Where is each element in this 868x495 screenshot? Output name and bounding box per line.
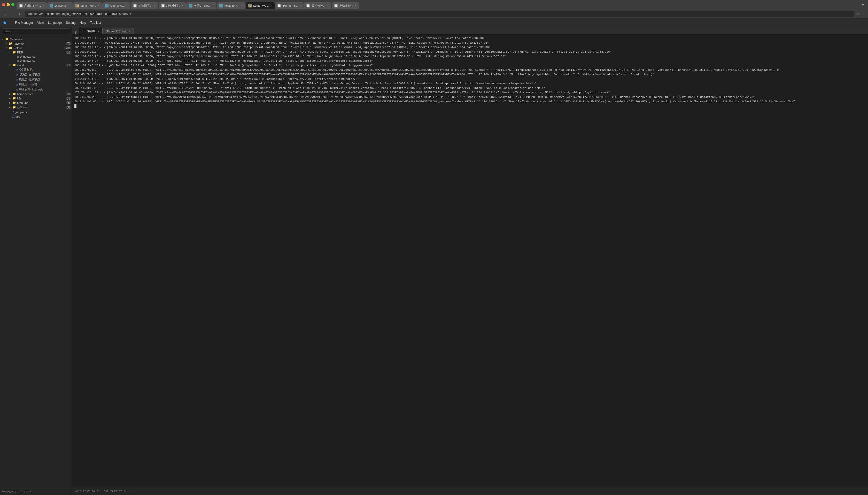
tree-node-label: 华为云-香港节点 [19,73,71,76]
address-input[interactable] [25,11,854,17]
tab-favicon: 📄 [19,4,23,7]
reload-button[interactable]: ↻ [18,12,23,16]
tree-item-tencent-xsg[interactable]: △ 腾讯云-小水管 [0,82,72,87]
sidebar-search-container [0,27,72,36]
menu-item-setting[interactable]: Setting [64,20,77,25]
tab-favicon: 🌙 [75,4,79,7]
tree-node-label: Windows-02 [20,59,71,62]
tree-arrow-icon: ▾ [9,64,12,66]
minimize-button[interactable] [7,3,10,6]
browser-tab-12[interactable]: 📄申请友链...× [332,2,359,9]
forward-button[interactable]: › [10,12,16,16]
tab-close-icon[interactable]: × [241,4,243,7]
tree-item-company-test[interactable]: ▸ 📁 公司-test (4) [0,105,72,110]
tree-item-rdp[interactable]: ▾ 📁 RDP (2) [0,50,72,54]
tree-item-cc-lashanjiu[interactable]: △ CC 洛杉矶 [0,67,72,72]
tab-label: 求这个列... [167,4,180,8]
tree-item-home-server[interactable]: ▸ 📁 home server (3) [0,92,72,96]
tree-item-tencent-bj2[interactable]: △ 腾讯轻量-北京节点 [0,87,72,92]
tab-label: Welcome [55,4,67,7]
tree-item-jumpserver[interactable]: △ jumpserver [0,110,72,114]
browser-tab-11[interactable]: 📄又拍云控...× [304,2,331,9]
traffic-lights [2,3,15,6]
terminal-line-8: 103.45.78.113 - - [03/Jul/2021:01:07:52 … [74,72,866,77]
browser-tab-1[interactable]: 📄利用FRP快...× [17,2,47,9]
tab-close-icon[interactable]: × [327,4,329,7]
terminal-tab-label: 腾讯云-北京节点 [106,29,127,33]
terminal-line-0: 108.162.215.90 - - [03/Jul/2021:01:07:35… [74,36,866,40]
tab-close-icon[interactable]: × [154,4,156,7]
tree-node-icon: 📁 [12,101,16,104]
tree-node-icon: 🖥 [16,55,19,58]
tree-item-k8s[interactable]: ▸ 📁 k8s (5) [0,96,72,101]
new-tab-button[interactable]: + [861,2,866,7]
tree-badge: (5) [66,64,71,66]
tree-node-icon: △ [12,115,15,118]
terminal-tab-close-icon[interactable]: × [128,30,130,33]
tree-item-prod-k8s[interactable]: ▸ 📁 prod-k8s (5) [0,101,72,105]
tree-item-cloud[interactable]: ▾ 📁 cloud (5) [0,63,72,67]
tree-item-tencent-bj[interactable]: △ 腾讯云-北京节点 [0,77,72,82]
browser-tab-7[interactable]: 🌐美国VPS算...× [186,2,216,9]
terminal-line-12: 172.70.126.172 - - [03/Jul/2021:01:08:03… [74,90,866,95]
tab-close-icon[interactable]: × [181,4,184,7]
tab-label: Luna - We... [254,4,269,7]
browser-tab-6[interactable]: 📄求这个列...× [159,2,186,9]
terminal-tab-tab2[interactable]: 腾讯云-北京节点× [103,28,134,34]
tab-label: 美国VPS算... [194,4,210,8]
browser-tab-5[interactable]: 📄简洁漂亮...× [131,2,158,9]
maximize-button[interactable] [11,3,15,6]
app-menubar: ◆ File ManagerViewLanguageSettingHelpTab… [0,19,868,27]
tab-label: Luna - We... [81,4,96,7]
tree-badge: (4) [66,106,71,109]
tree-arrow-icon: ▸ [9,97,12,100]
tab-close-icon[interactable]: × [42,4,44,7]
tab-favicon: 🌐 [219,4,223,7]
menu-item-help[interactable]: Help [78,20,88,25]
close-button[interactable] [2,3,5,6]
menu-item-file-manager[interactable]: File Manager [14,20,35,25]
tab-close-icon[interactable]: × [98,4,100,7]
tab-close-icon[interactable]: × [68,4,70,7]
browser-tab-3[interactable]: 🌙Luna - We...× [73,2,102,9]
tab-favicon: 🌐 [50,4,53,7]
tab-favicon: 📄 [277,4,281,7]
tree-item-windows-01[interactable]: 🖥 Windows-01 [0,54,72,59]
tree-item-ops[interactable]: △ ops [0,114,72,119]
tree-badge: (3) [66,92,71,95]
browser-tab-10[interactable]: 📄103.45.78...× [275,2,303,9]
tree-item-my-assets[interactable]: ▾ 📁 My assets [0,37,72,41]
tree-item-windows-02[interactable]: 🖥 Windows-02 [0,59,72,63]
main-layout: ▾ 📁 My assets ▸ 📁 Favorite (0) ▾ 📁 Defau… [0,27,868,495]
terminal-split-icon[interactable]: ◧ [74,31,77,34]
tree-item-favorite[interactable]: ▸ 📁 Favorite (0) [0,41,72,46]
menu-item-language[interactable]: Language [47,20,63,25]
terminal-tab-close-icon[interactable]: × [98,30,99,33]
tab-label: rogerskys... [110,4,125,7]
tree-item-huawei-hk[interactable]: △ 华为云-香港节点 [0,72,72,77]
tree-node-label: home server [17,92,65,96]
tree-node-icon: 📁 [12,92,16,96]
tree-node-icon: 📁 [5,37,9,41]
bookmark-icon[interactable]: ☆ [856,12,860,16]
search-input[interactable] [2,29,70,34]
browser-tab-9[interactable]: 🌙Luna - We...× [246,2,275,9]
browser-tab-4[interactable]: 🌐rogerskys...× [102,2,131,9]
tab-close-icon[interactable]: × [126,4,128,7]
tree-item-default[interactable]: ▾ 📁 Default (24) [0,46,72,50]
terminal-input[interactable] [74,489,866,493]
terminal-tab-tab1[interactable]: CC 洛杉矶× [79,28,103,34]
terminal-line-4: 108.162.215.90 - - [03/Jul/2021:01:07:38… [74,54,866,59]
back-button[interactable]: ‹ [3,12,8,16]
browser-tab-2[interactable]: 🌐Welcome× [47,2,73,9]
tab-close-icon[interactable]: × [212,4,214,7]
tree-node-icon: 📁 [12,97,16,100]
tree-node-icon: △ [16,73,18,76]
menu-item-tab-list[interactable]: Tab List [89,20,102,25]
menu-item-view[interactable]: View [36,20,46,25]
tab-close-icon[interactable]: × [355,4,357,7]
browser-tab-8[interactable]: 🌐hostodo 7...× [217,2,245,9]
settings-icon[interactable]: ⋮ [861,12,865,16]
tab-close-icon[interactable]: × [270,4,272,7]
tab-close-icon[interactable]: × [299,4,301,7]
